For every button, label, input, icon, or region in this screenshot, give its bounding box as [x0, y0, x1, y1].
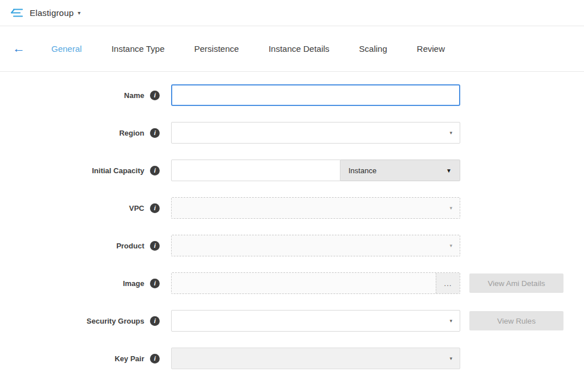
- vpc-label: VPC: [129, 204, 144, 213]
- capacity-unit-caret-icon: ▼: [446, 168, 452, 174]
- form-row-security-groups: Security Groups i ▾ View Rules: [0, 310, 584, 332]
- security-groups-select[interactable]: ▾: [171, 310, 460, 332]
- capacity-unit-selected-value: Instance: [348, 166, 376, 175]
- wizard-tabs: General Instance Type Persistence Instan…: [51, 44, 474, 54]
- image-field: ...: [171, 272, 460, 294]
- image-info-icon[interactable]: i: [150, 279, 160, 288]
- vpc-select[interactable]: ▾: [171, 197, 460, 219]
- initial-capacity-label: Initial Capacity: [92, 166, 144, 175]
- tab-instance-details[interactable]: Instance Details: [269, 44, 330, 54]
- view-rules-button[interactable]: View Rules: [469, 311, 563, 330]
- general-settings-form: Name i Region i ▾ Initial Capacity i: [0, 72, 584, 369]
- name-label: Name: [124, 91, 144, 100]
- key-pair-caret-icon: ▾: [449, 356, 452, 361]
- form-row-name: Name i: [0, 84, 584, 106]
- top-bar: Elastigroup ▾: [0, 0, 584, 26]
- form-row-vpc: VPC i ▾: [0, 197, 584, 219]
- app-switcher-caret-icon[interactable]: ▾: [78, 10, 80, 16]
- tab-review[interactable]: Review: [417, 44, 445, 54]
- security-groups-caret-icon: ▾: [449, 318, 452, 324]
- key-pair-info-icon[interactable]: i: [150, 354, 160, 364]
- tab-persistence[interactable]: Persistence: [194, 44, 239, 54]
- product-select[interactable]: ▾: [171, 235, 460, 256]
- form-row-image: Image i ... View Ami Details: [0, 272, 584, 294]
- key-pair-label: Key Pair: [115, 354, 144, 363]
- tab-instance-type[interactable]: Instance Type: [111, 44, 164, 54]
- form-row-region: Region i ▾: [0, 122, 584, 144]
- wizard-tab-bar: ← General Instance Type Persistence Inst…: [0, 26, 584, 72]
- form-row-initial-capacity: Initial Capacity i Instance ▼: [0, 160, 584, 181]
- back-icon[interactable]: ←: [13, 42, 25, 55]
- tab-general[interactable]: General: [51, 44, 82, 54]
- form-row-key-pair: Key Pair i ▾: [0, 348, 584, 369]
- key-pair-select[interactable]: ▾: [171, 348, 460, 369]
- security-groups-info-icon[interactable]: i: [150, 316, 160, 326]
- app-title: Elastigroup: [30, 8, 74, 18]
- region-select[interactable]: ▾: [171, 122, 460, 144]
- product-label: Product: [116, 242, 144, 250]
- product-info-icon[interactable]: i: [150, 241, 160, 251]
- name-input[interactable]: [171, 84, 460, 106]
- region-caret-icon: ▾: [449, 130, 452, 136]
- form-row-product: Product i ▾: [0, 235, 584, 256]
- capacity-unit-select[interactable]: Instance ▼: [340, 160, 460, 181]
- vpc-caret-icon: ▾: [449, 205, 452, 211]
- name-info-icon[interactable]: i: [150, 91, 160, 100]
- initial-capacity-input[interactable]: [171, 160, 340, 181]
- image-label: Image: [123, 279, 144, 288]
- product-caret-icon: ▾: [449, 243, 452, 248]
- initial-capacity-info-icon[interactable]: i: [150, 166, 160, 175]
- region-info-icon[interactable]: i: [150, 128, 160, 138]
- image-browse-button[interactable]: ...: [436, 273, 460, 293]
- security-groups-label: Security Groups: [87, 317, 144, 325]
- view-ami-details-button[interactable]: View Ami Details: [469, 273, 563, 293]
- region-label: Region: [119, 129, 144, 137]
- elastigroup-logo-icon: [10, 8, 24, 18]
- image-input[interactable]: [172, 273, 436, 293]
- tab-scaling[interactable]: Scaling: [359, 44, 387, 54]
- vpc-info-icon[interactable]: i: [150, 203, 160, 213]
